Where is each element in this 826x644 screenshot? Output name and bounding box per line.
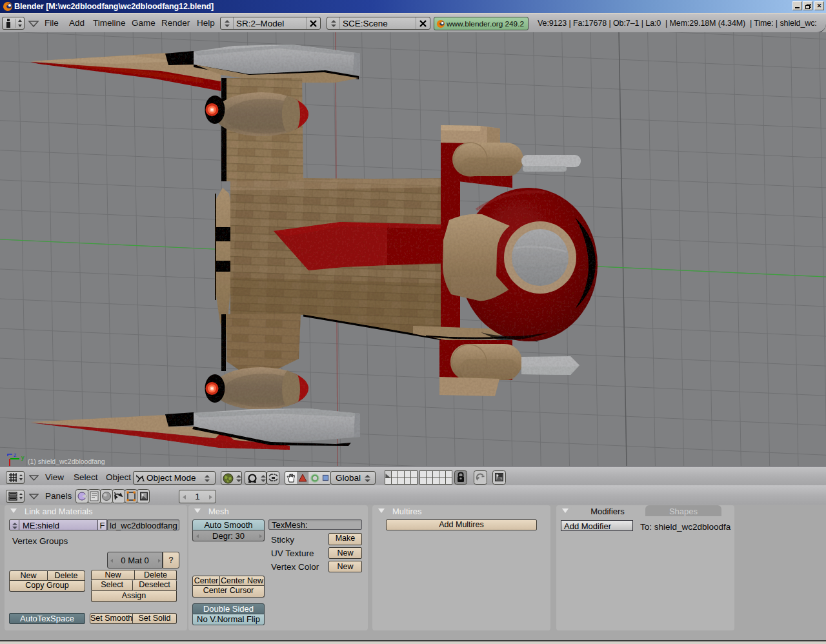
- svg-text:y: y: [21, 454, 25, 461]
- svg-text:(1) shield_wc2dbloodfang: (1) shield_wc2dbloodfang: [28, 458, 105, 465]
- svg-text:z: z: [14, 452, 17, 458]
